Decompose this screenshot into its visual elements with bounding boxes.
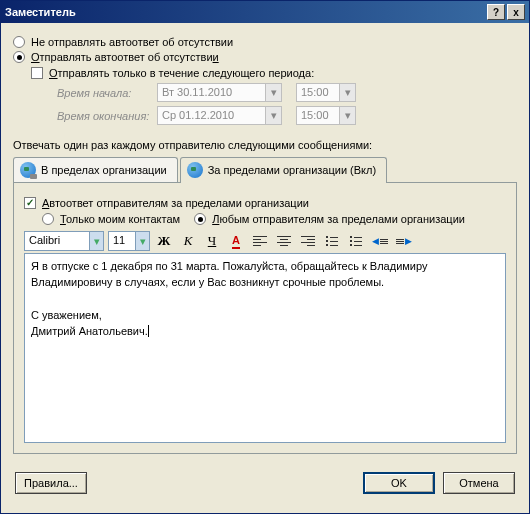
checkbox-icon (31, 67, 43, 79)
globe-icon (187, 162, 203, 178)
row-end-time: Время окончания: Ср 01.12.2010▾ 15:00▾ (57, 106, 517, 125)
start-date-field[interactable]: Вт 30.11.2010▾ (157, 83, 282, 102)
tab-panel: Автоответ отправителям за пределами орга… (13, 183, 517, 454)
reply-label: Отвечать один раз каждому отправителю сл… (13, 139, 517, 151)
radio-icon (13, 51, 25, 63)
chevron-down-icon[interactable]: ▾ (339, 107, 355, 124)
align-right-button[interactable] (298, 231, 318, 251)
decrease-indent-button[interactable]: ◀ (370, 231, 390, 251)
option-label[interactable]: Любым отправителям за пределами организа… (212, 213, 465, 225)
tab-strip: В пределах организации За пределами орга… (13, 157, 517, 183)
radio-icon (13, 36, 25, 48)
option-send-autoreply[interactable]: Отправлять автоответ об отсутствии (13, 51, 517, 63)
row-start-time: Время начала: Вт 30.11.2010▾ 15:00▾ (57, 83, 517, 102)
option-label: Отправлять только в течение следующего п… (49, 67, 314, 79)
format-toolbar: Calibri▾ 11▾ Ж К Ч A ◀ ▶ (24, 231, 506, 251)
radio-icon[interactable] (194, 213, 206, 225)
period-block: Отправлять только в течение следующего п… (31, 67, 517, 125)
text-cursor (148, 325, 149, 337)
font-family-select[interactable]: Calibri▾ (24, 231, 104, 251)
increase-indent-button[interactable]: ▶ (394, 231, 414, 251)
dialog-window: Заместитель ? x Не отправлять автоответ … (0, 0, 530, 514)
dialog-body: Не отправлять автоответ об отсутствии От… (1, 23, 529, 462)
option-label: Отправлять автоответ об отсутствии (31, 51, 219, 63)
tab-label: В пределах организации (41, 164, 167, 176)
titlebar[interactable]: Заместитель ? x (1, 1, 529, 23)
font-size-select[interactable]: 11▾ (108, 231, 150, 251)
font-color-button[interactable]: A (226, 231, 246, 251)
option-no-autoreply[interactable]: Не отправлять автоответ об отсутствии (13, 36, 517, 48)
title-text: Заместитель (5, 6, 485, 18)
number-list-button[interactable] (346, 231, 366, 251)
option-label: Не отправлять автоответ об отсутствии (31, 36, 233, 48)
cancel-button[interactable]: Отмена (443, 472, 515, 494)
checkbox-icon (24, 197, 36, 209)
chevron-down-icon[interactable]: ▾ (265, 84, 281, 101)
option-period[interactable]: Отправлять только в течение следующего п… (31, 67, 517, 79)
chevron-down-icon[interactable]: ▾ (339, 84, 355, 101)
recipient-scope: Только моим контактам Любым отправителям… (42, 213, 506, 225)
help-button[interactable]: ? (487, 4, 505, 20)
globe-org-icon (20, 162, 36, 178)
close-button[interactable]: x (507, 4, 525, 20)
tab-label: За пределами организации (Вкл) (208, 164, 376, 176)
ok-button[interactable]: OK (363, 472, 435, 494)
option-label: Автоответ отправителям за пределами орга… (42, 197, 309, 209)
bullet-list-button[interactable] (322, 231, 342, 251)
label-start: Время начала: (57, 87, 157, 99)
label-end: Время окончания: (57, 110, 157, 122)
tab-outside-org[interactable]: За пределами организации (Вкл) (180, 157, 387, 183)
chevron-down-icon[interactable]: ▾ (135, 232, 149, 250)
align-left-button[interactable] (250, 231, 270, 251)
end-time-field[interactable]: 15:00▾ (296, 106, 356, 125)
bold-button[interactable]: Ж (154, 231, 174, 251)
option-label[interactable]: Только моим контактам (60, 213, 180, 225)
underline-button[interactable]: Ч (202, 231, 222, 251)
message-text: Я в отпуске с 1 декабря по 31 марта. Пож… (31, 260, 431, 337)
align-center-button[interactable] (274, 231, 294, 251)
message-editor[interactable]: Я в отпуске с 1 декабря по 31 марта. Пож… (24, 253, 506, 443)
chevron-down-icon[interactable]: ▾ (265, 107, 281, 124)
start-time-field[interactable]: 15:00▾ (296, 83, 356, 102)
dialog-footer: Правила... OK Отмена (1, 462, 529, 504)
tab-inside-org[interactable]: В пределах организации (13, 157, 178, 182)
rules-button[interactable]: Правила... (15, 472, 87, 494)
option-autoreply-outside[interactable]: Автоответ отправителям за пределами орга… (24, 197, 506, 209)
italic-button[interactable]: К (178, 231, 198, 251)
chevron-down-icon[interactable]: ▾ (89, 232, 103, 250)
end-date-field[interactable]: Ср 01.12.2010▾ (157, 106, 282, 125)
radio-icon[interactable] (42, 213, 54, 225)
